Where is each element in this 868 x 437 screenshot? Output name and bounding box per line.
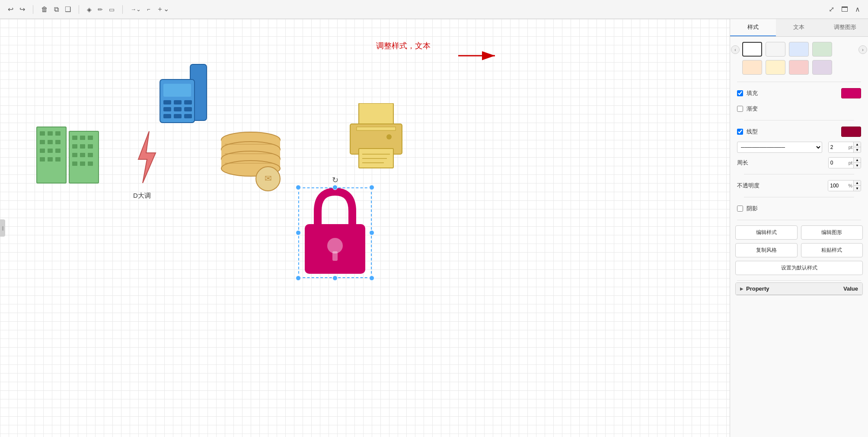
buildings-icon[interactable] [35, 118, 108, 187]
fill-checkbox[interactable] [737, 90, 743, 96]
toolbar-sep-3 [122, 5, 123, 14]
main-layout: ‖ 调整样式，文本 [0, 19, 868, 437]
presets-prev-button[interactable]: ‹ [731, 45, 740, 54]
perimeter-down[interactable]: ▼ [854, 163, 861, 168]
svg-point-60 [386, 134, 392, 139]
copy-button[interactable]: ⧉ [51, 4, 61, 15]
elbow-button[interactable]: ⌐ [144, 4, 153, 14]
svg-rect-26 [80, 162, 85, 166]
stroke-width-stepper: ▲ ▼ [853, 142, 861, 153]
opacity-up[interactable]: ▲ [854, 180, 861, 186]
svg-rect-23 [80, 153, 85, 157]
fill-label: 填充 [747, 89, 768, 97]
database-icon[interactable]: ✉ [216, 123, 290, 196]
stroke-button[interactable]: ✏ [95, 4, 105, 15]
fill-color-button[interactable] [841, 88, 861, 98]
opacity-input[interactable] [828, 180, 847, 191]
toolbar-sep-1 [33, 5, 33, 14]
rect-button[interactable]: ▭ [106, 4, 117, 15]
tab-style[interactable]: 样式 [730, 19, 776, 36]
arrow-button[interactable]: →⌄ [128, 4, 144, 14]
add-button[interactable]: ＋⌄ [154, 3, 172, 16]
paste-button[interactable]: ❑ [62, 3, 73, 15]
stroke-width-down[interactable]: ▼ [854, 147, 861, 153]
resize-handle-tr[interactable] [369, 185, 374, 190]
resize-handle-tl[interactable] [296, 185, 301, 190]
svg-rect-31 [163, 100, 171, 104]
stroke-width-input[interactable] [829, 142, 848, 152]
stroke-width-unit: pt [848, 145, 853, 150]
left-panel-handle[interactable]: ‖ [0, 219, 5, 237]
stroke-color-button[interactable] [841, 127, 861, 137]
edit-shape-button[interactable]: 编辑图形 [801, 225, 863, 240]
color-swatch-pink[interactable] [789, 60, 809, 75]
color-swatch-green[interactable] [812, 42, 832, 57]
canvas-area[interactable]: ‖ 调整样式，文本 [0, 19, 730, 437]
undo-button[interactable]: ↩ [5, 3, 16, 15]
color-swatch-orange[interactable] [742, 60, 762, 75]
resize-handle-tm[interactable] [332, 185, 338, 190]
redo-button[interactable]: ↪ [17, 3, 28, 15]
tab-text[interactable]: 文本 [776, 19, 822, 36]
svg-rect-22 [72, 153, 77, 157]
color-swatch-blue[interactable] [789, 42, 809, 57]
toolbar-history: ↩ ↪ [5, 3, 28, 15]
svg-rect-30 [163, 84, 191, 97]
resize-handle-bm[interactable] [332, 276, 338, 281]
resize-handle-br[interactable] [369, 276, 374, 281]
annotation-arrow [380, 43, 501, 77]
svg-rect-37 [163, 114, 171, 118]
property-table: ▶ Property Value [735, 282, 863, 295]
fullscreen-button[interactable]: ⤢ [826, 3, 837, 15]
property-table-header[interactable]: ▶ Property Value [736, 283, 862, 295]
divider-6 [737, 280, 861, 281]
svg-rect-32 [174, 100, 182, 104]
set-default-button[interactable]: 设置为默认样式 [735, 261, 863, 275]
panel-actions: 编辑样式 编辑图形 复制风格 粘贴样式 设置为默认样式 [730, 222, 868, 279]
collapse-button[interactable]: ∧ [852, 3, 863, 15]
svg-rect-17 [80, 136, 85, 140]
stroke-width-up[interactable]: ▲ [854, 142, 861, 147]
presets-next-button[interactable]: › [858, 45, 867, 54]
shadow-checkbox[interactable] [737, 206, 743, 212]
resize-handle-bl[interactable] [296, 276, 301, 281]
stroke-checkbox[interactable] [737, 129, 743, 135]
svg-rect-19 [72, 144, 77, 149]
color-swatch-lightgray[interactable] [766, 42, 785, 57]
svg-point-62 [327, 238, 343, 253]
delete-button[interactable]: 🗑 [38, 4, 51, 15]
gradient-checkbox[interactable] [737, 106, 743, 112]
panel-controls: 填充 渐变 线型 ──────────── - - - [730, 84, 868, 218]
divider-4 [744, 197, 854, 197]
svg-rect-35 [174, 107, 182, 111]
perimeter-up[interactable]: ▲ [854, 157, 861, 163]
property-table-header-value: Value [843, 285, 858, 292]
toolbar-format: ◈ ✏ ▭ [84, 4, 117, 15]
svg-rect-8 [48, 140, 53, 144]
opacity-stepper: ▲ ▼ [853, 180, 861, 191]
paste-style-button[interactable]: 粘贴样式 [801, 243, 863, 257]
resize-handle-ml[interactable] [296, 230, 301, 235]
phone-icon[interactable] [156, 62, 229, 131]
tab-adjust-shape[interactable]: 调整图形 [822, 19, 868, 36]
right-panel: 样式 文本 调整图形 ‹ › [730, 19, 868, 437]
lightning-icon[interactable] [134, 131, 160, 183]
rotate-handle[interactable]: ↻ [332, 175, 338, 185]
window-button[interactable]: 🗖 [839, 3, 851, 15]
panel-tabs: 样式 文本 调整图形 [730, 19, 868, 37]
perimeter-input[interactable] [829, 158, 848, 168]
fill-button[interactable]: ◈ [84, 4, 94, 15]
opacity-down[interactable]: ▼ [854, 186, 861, 191]
lock-icon-selected[interactable]: ↻ [298, 187, 372, 278]
copy-style-button[interactable]: 复制风格 [735, 243, 798, 257]
svg-rect-36 [184, 107, 192, 111]
svg-rect-4 [40, 131, 45, 136]
color-swatch-white[interactable] [742, 42, 762, 57]
edit-style-button[interactable]: 编辑样式 [735, 225, 798, 240]
color-presets-section: ‹ › [730, 37, 868, 80]
printer-icon[interactable] [346, 103, 411, 172]
color-swatch-yellow[interactable] [766, 60, 785, 75]
line-style-select[interactable]: ──────────── - - - - - - · · · · · · [737, 142, 822, 153]
resize-handle-mr[interactable] [369, 230, 374, 235]
color-swatch-purple[interactable] [812, 60, 832, 75]
